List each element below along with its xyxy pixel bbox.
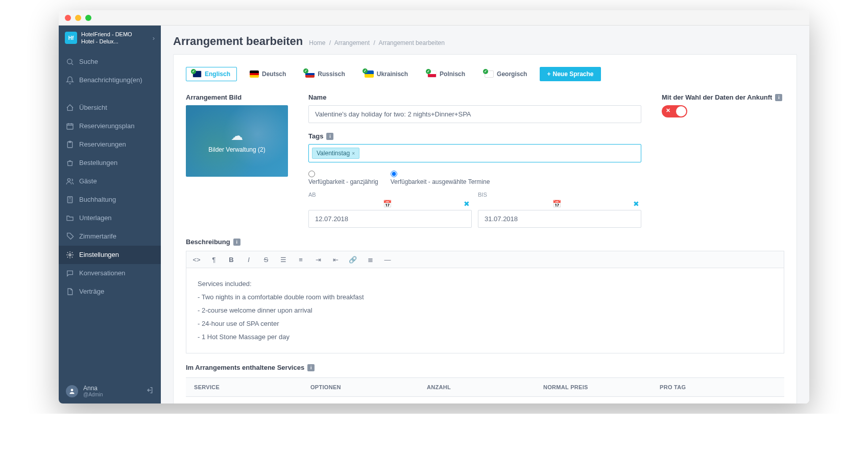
nav-search[interactable]: Suche	[59, 53, 161, 71]
date-to-input[interactable]	[478, 210, 641, 228]
add-language-button[interactable]: +Neue Sprache	[540, 67, 600, 81]
hotel-selector[interactable]: Hf HotelFriend - DEMO Hotel - Delux... ›	[59, 26, 161, 51]
nav-label: Benachrichtigung(en)	[79, 76, 142, 84]
th-options: OPTIONEN	[310, 384, 427, 390]
page-header: Arrangement bearbeiten Home / Arrangemen…	[161, 26, 809, 54]
align-button[interactable]: ≣	[365, 254, 375, 265]
user-footer: Anna @Admin	[59, 378, 161, 403]
crumb-home[interactable]: Home	[309, 39, 325, 46]
nav-label: Verträge	[79, 288, 104, 295]
tags-input[interactable]: Valentinstag ×	[308, 144, 641, 162]
bold-button[interactable]: B	[226, 254, 236, 265]
date-from-input[interactable]	[308, 210, 472, 228]
main-content: Arrangement bearbeiten Home / Arrangemen…	[161, 26, 809, 403]
home-icon	[66, 104, 74, 112]
plus-icon: +	[547, 70, 550, 78]
tags-label: Tags i	[308, 132, 641, 140]
arrival-toggle[interactable]: ✕	[662, 105, 687, 117]
outdent-button[interactable]: ⇤	[330, 254, 341, 265]
cloud-upload-icon: ☁	[231, 129, 243, 143]
language-tabs: Englisch Deutsch Russisch Ukrainisch Pol…	[186, 67, 784, 81]
image-upload-area[interactable]: ☁ Bilder Verwaltung (2)	[186, 105, 288, 177]
radio-selected-dates[interactable]: Verfügbarkeit - ausgewählte Termine	[391, 171, 490, 185]
close-window-button[interactable]	[65, 15, 71, 21]
date-to-label: BIS	[478, 192, 641, 198]
nav-settings[interactable]: Einstellungen	[59, 246, 161, 264]
info-icon[interactable]: i	[233, 239, 240, 246]
th-service: SERVICE	[194, 384, 310, 390]
flag-ge-icon	[485, 70, 494, 78]
nav-reservation-plan[interactable]: Reservierungsplan	[59, 117, 161, 135]
indent-button[interactable]: ⇥	[313, 254, 323, 265]
chevron-right-icon: ›	[153, 34, 155, 42]
strike-button[interactable]: S	[261, 254, 271, 265]
name-input[interactable]	[308, 105, 641, 123]
svg-rect-5	[67, 197, 72, 203]
tab-georgian[interactable]: Georgisch	[478, 67, 534, 81]
description-label: Beschreibung i	[186, 238, 784, 246]
list-ul-button[interactable]: ☰	[278, 254, 288, 265]
editor-toolbar: <> ¶ B I S ☰ ≡ ⇥ ⇤ 🔗 ≣ —	[186, 251, 784, 268]
nav-label: Bestellungen	[79, 159, 117, 167]
availability-radios: Verfügbarkeit - ganzjährig Verfügbarkeit…	[308, 171, 641, 185]
maximize-window-button[interactable]	[85, 15, 91, 21]
calendar-icon[interactable]: 📅	[383, 200, 392, 208]
avatar[interactable]	[66, 385, 78, 397]
nav-label: Reservierungen	[79, 140, 126, 148]
nav-overview[interactable]: Übersicht	[59, 99, 161, 117]
user-name: Anna	[83, 385, 140, 392]
calculator-icon	[66, 196, 74, 204]
users-icon	[66, 177, 74, 185]
nav-orders[interactable]: Bestellungen	[59, 154, 161, 172]
th-quantity: ANZAHL	[427, 384, 543, 390]
nav-documents[interactable]: Unterlagen	[59, 209, 161, 227]
info-icon[interactable]: i	[775, 94, 782, 101]
nav-conversations[interactable]: Konversationen	[59, 264, 161, 282]
crumb-current: Arrangement bearbeiten	[378, 39, 444, 46]
tag-remove-icon[interactable]: ×	[352, 151, 355, 156]
nav-label: Gäste	[79, 177, 97, 185]
search-icon	[66, 58, 74, 66]
nav-label: Reservierungsplan	[79, 122, 134, 130]
toggle-off-icon: ✕	[666, 107, 670, 114]
nav-notifications[interactable]: Benachrichtigung(en)	[59, 71, 161, 89]
crumb-arrangement[interactable]: Arrangement	[334, 39, 370, 46]
nav-reservations[interactable]: Reservierungen	[59, 135, 161, 154]
tab-english[interactable]: Englisch	[186, 67, 237, 81]
form-card: Englisch Deutsch Russisch Ukrainisch Pol…	[173, 54, 797, 403]
flag-de-icon	[250, 70, 259, 78]
radio-year-round[interactable]: Verfügbarkeit - ganzjährig	[308, 171, 378, 185]
folder-icon	[66, 214, 74, 222]
radio-selected-input[interactable]	[391, 171, 397, 177]
logout-icon[interactable]	[146, 386, 154, 396]
nav-contracts[interactable]: Verträge	[59, 282, 161, 301]
clear-date-icon[interactable]: ✖	[464, 200, 470, 208]
code-view-button[interactable]: <>	[191, 254, 202, 265]
flag-ru-icon	[305, 70, 315, 78]
flag-uk-icon	[365, 70, 374, 78]
paragraph-button[interactable]: ¶	[209, 254, 219, 265]
calendar-icon[interactable]: 📅	[552, 200, 561, 208]
info-icon[interactable]: i	[326, 133, 333, 140]
hr-button[interactable]: —	[382, 254, 393, 265]
nav-label: Übersicht	[79, 104, 107, 111]
radio-year-input[interactable]	[308, 171, 315, 177]
tab-polish[interactable]: Polnisch	[421, 67, 472, 81]
nav-accounting[interactable]: Buchhaltung	[59, 191, 161, 209]
tab-russian[interactable]: Russisch	[299, 67, 351, 81]
list-ol-button[interactable]: ≡	[296, 254, 306, 265]
minimize-window-button[interactable]	[75, 15, 81, 21]
services-table-header: SERVICE OPTIONEN ANZAHL NORMAL PREIS PRO…	[186, 377, 784, 397]
link-button[interactable]: 🔗	[348, 254, 358, 265]
nav-room-rates[interactable]: Zimmertarife	[59, 227, 161, 246]
svg-point-4	[67, 178, 70, 181]
editor-content[interactable]: Services included: - Two nights in a com…	[186, 268, 784, 353]
nav-guests[interactable]: Gäste	[59, 172, 161, 191]
clear-date-icon[interactable]: ✖	[633, 200, 639, 208]
tab-german[interactable]: Deutsch	[243, 67, 293, 81]
bell-icon	[66, 76, 74, 84]
italic-button[interactable]: I	[244, 254, 254, 265]
info-icon[interactable]: i	[307, 364, 315, 371]
tab-ukrainian[interactable]: Ukrainisch	[358, 67, 415, 81]
user-info: Anna @Admin	[83, 385, 140, 397]
